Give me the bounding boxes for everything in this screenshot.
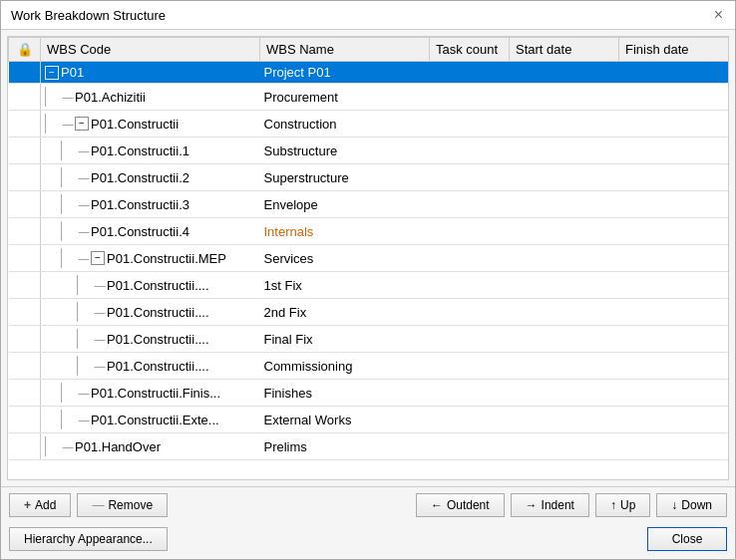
tree-dash-icon: —	[93, 360, 107, 372]
tree-dash-icon: —	[77, 171, 91, 183]
tree-indent	[45, 114, 61, 134]
table-row[interactable]: —P01.Constructii....Final Fix	[9, 326, 729, 353]
down-label: Down	[681, 498, 712, 512]
finish-date-cell	[619, 138, 729, 164]
up-button[interactable]: ↑ Up	[595, 493, 650, 517]
lock-cell	[9, 111, 41, 138]
plus-icon: +	[24, 498, 31, 512]
footer-buttons-row2: Hierarchy Appearance... Close	[1, 523, 735, 559]
tree-expander[interactable]: −	[45, 66, 59, 80]
wbs-code-value: P01.Constructii.4	[91, 224, 189, 239]
wbs-code-value: P01.Constructii.1	[91, 143, 189, 158]
table-row[interactable]: —P01.Constructii.2Superstructure	[9, 164, 729, 191]
wbs-table-body: −P01Project P01—P01.AchizitiiProcurement…	[9, 62, 729, 460]
table-row[interactable]: —P01.Constructii....Commissioning	[9, 353, 729, 380]
wbs-code-cell: —P01.Constructii....	[41, 272, 260, 299]
finish-date-cell	[619, 433, 729, 460]
tree-indent	[61, 248, 77, 268]
arrow-down-icon: ↓	[671, 498, 677, 512]
wbs-name-cell: External Works	[260, 407, 430, 433]
indent-button[interactable]: → Indent	[511, 493, 589, 517]
wbs-name-cell: Finishes	[260, 380, 430, 407]
hierarchy-appearance-button[interactable]: Hierarchy Appearance...	[9, 527, 168, 551]
down-button[interactable]: ↓ Down	[656, 493, 727, 517]
finish-date-cell	[619, 272, 729, 299]
arrow-left-icon: ←	[431, 498, 443, 512]
task-count-cell	[430, 433, 510, 460]
task-count-cell	[430, 164, 510, 191]
title-bar: Work Breakdown Structure ×	[1, 1, 735, 30]
table-row[interactable]: —P01.Constructii.4Internals	[9, 218, 729, 245]
start-date-cell	[510, 245, 619, 272]
tree-indent	[61, 194, 77, 214]
wbs-code-value: P01.Constructii.2	[91, 170, 189, 185]
wbs-code-cell: —P01.Constructii.Finis...	[41, 380, 260, 407]
tree-indent	[61, 140, 77, 160]
wbs-code-value: P01.Constructii	[91, 117, 179, 132]
remove-button[interactable]: — Remove	[77, 493, 168, 517]
tree-dash-icon: —	[77, 387, 91, 399]
table-row[interactable]: −P01Project P01	[9, 62, 729, 84]
dialog: Work Breakdown Structure × 🔒 WBS Code WB…	[0, 0, 736, 560]
wbs-name-cell: Procurement	[260, 84, 430, 111]
wbs-code-column-header: WBS Code	[41, 38, 260, 62]
lock-cell	[9, 164, 41, 191]
start-date-cell	[510, 218, 619, 245]
wbs-table-container: 🔒 WBS Code WBS Name Task count Start dat…	[7, 36, 729, 480]
lock-cell	[9, 299, 41, 326]
task-count-cell	[430, 326, 510, 353]
table-row[interactable]: —−P01.ConstructiiConstruction	[9, 111, 729, 138]
wbs-name-cell: Internals	[260, 218, 430, 245]
wbs-name-cell: 1st Fix	[260, 272, 430, 299]
wbs-code-cell: —P01.Constructii.Exte...	[41, 407, 260, 433]
wbs-code-value: P01.Achizitii	[75, 90, 146, 105]
tree-indent	[77, 329, 93, 349]
tree-indent	[77, 302, 93, 322]
tree-indent	[61, 221, 77, 241]
table-header-row: 🔒 WBS Code WBS Name Task count Start dat…	[9, 38, 729, 62]
add-button[interactable]: + Add	[9, 493, 71, 517]
finish-date-cell	[619, 299, 729, 326]
table-row[interactable]: —P01.HandOverPrelims	[9, 433, 729, 460]
wbs-code-cell: —−P01.Constructii	[41, 111, 260, 138]
table-row[interactable]: —P01.AchizitiiProcurement	[9, 84, 729, 111]
hierarchy-label: Hierarchy Appearance...	[24, 532, 153, 546]
lock-cell	[9, 191, 41, 218]
finish-date-cell	[619, 164, 729, 191]
table-row[interactable]: —P01.Constructii.3Envelope	[9, 191, 729, 218]
wbs-name-cell: Substructure	[260, 138, 430, 164]
table-row[interactable]: —P01.Constructii.Exte...External Works	[9, 407, 729, 433]
wbs-code-cell: −P01	[41, 62, 260, 84]
outdent-label: Outdent	[447, 498, 490, 512]
tree-expander[interactable]: −	[75, 117, 89, 131]
outdent-button[interactable]: ← Outdent	[416, 493, 505, 517]
wbs-name-cell: Prelims	[260, 433, 430, 460]
wbs-table: 🔒 WBS Code WBS Name Task count Start dat…	[8, 37, 729, 460]
wbs-code-value: P01	[61, 65, 84, 80]
tree-dash-icon: —	[77, 144, 91, 156]
wbs-code-cell: —−P01.Constructii.MEP	[41, 245, 260, 272]
table-row[interactable]: —−P01.Constructii.MEPServices	[9, 245, 729, 272]
table-row[interactable]: —P01.Constructii.Finis...Finishes	[9, 380, 729, 407]
wbs-name-cell: 2nd Fix	[260, 299, 430, 326]
close-button[interactable]: Close	[647, 527, 727, 551]
table-row[interactable]: —P01.Constructii....1st Fix	[9, 272, 729, 299]
task-count-cell	[430, 380, 510, 407]
tree-expander[interactable]: −	[91, 251, 105, 265]
tree-dash-icon: —	[77, 414, 91, 425]
indent-label: Indent	[542, 498, 574, 512]
wbs-code-cell: —P01.Constructii....	[41, 326, 260, 353]
task-count-cell	[430, 111, 510, 138]
close-icon[interactable]: ×	[712, 7, 725, 23]
wbs-code-cell: —P01.HandOver	[41, 433, 260, 460]
arrow-right-icon: →	[526, 498, 538, 512]
start-date-cell	[510, 299, 619, 326]
finish-date-cell	[619, 62, 729, 84]
finish-date-cell	[619, 245, 729, 272]
table-row[interactable]: —P01.Constructii.1Substructure	[9, 138, 729, 164]
finish-date-cell	[619, 218, 729, 245]
table-row[interactable]: —P01.Constructii....2nd Fix	[9, 299, 729, 326]
task-count-cell	[430, 353, 510, 380]
finish-date-cell	[619, 407, 729, 433]
up-label: Up	[620, 498, 635, 512]
